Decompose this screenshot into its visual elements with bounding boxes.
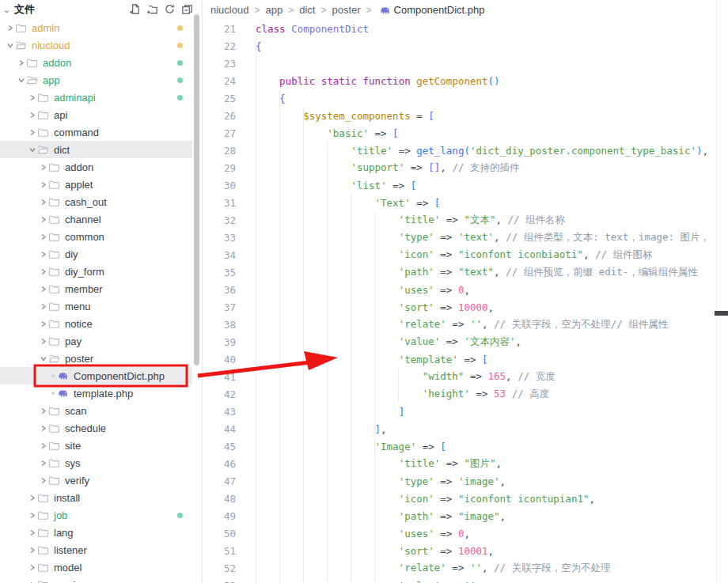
chevron-right-icon[interactable] — [38, 319, 48, 328]
chevron-right-icon[interactable] — [27, 528, 37, 537]
line-number[interactable]: 28 — [203, 145, 239, 157]
chevron-right-icon[interactable] — [38, 423, 48, 433]
code-line[interactable]: 21class ComponentDict — [203, 20, 728, 37]
tree-item-service[interactable]: service — [0, 576, 192, 583]
breadcrumb-file[interactable]: ComponentDict.php — [394, 4, 485, 16]
tree-item-diy[interactable]: diy — [0, 245, 192, 263]
line-number[interactable]: 45 — [203, 441, 239, 452]
tree-item-model[interactable]: model — [0, 558, 192, 576]
code-line[interactable]: 46 'title' => "图片", — [203, 455, 728, 472]
tree-item-admin[interactable]: admin — [0, 19, 192, 36]
code-line[interactable]: 27 'basic' => [ — [203, 124, 728, 142]
code-line[interactable]: 50 'uses' => 0, — [203, 524, 728, 542]
line-number[interactable]: 33 — [203, 232, 239, 244]
tree-item-dict[interactable]: dict — [0, 141, 192, 158]
tree-item-lang[interactable]: lang — [0, 524, 192, 541]
line-number[interactable]: 22 — [203, 40, 239, 52]
refresh-icon[interactable] — [163, 2, 176, 15]
tree-item-sys[interactable]: sys — [0, 454, 192, 471]
line-number[interactable]: 27 — [203, 127, 239, 139]
tree-item-app[interactable]: app — [0, 71, 192, 89]
chevron-right-icon[interactable] — [27, 110, 37, 119]
code-line[interactable]: 45 'Image' => [ — [203, 437, 728, 455]
tree-item-niucloud[interactable]: niucloud — [0, 36, 192, 54]
breadcrumb-item[interactable]: dict — [299, 4, 315, 16]
line-number[interactable]: 44 — [203, 423, 239, 435]
code-line[interactable]: 42 'height' => 53 // 高度 — [203, 385, 728, 403]
code-line[interactable]: 23 — [203, 55, 728, 72]
code-line[interactable]: 25 { — [203, 89, 728, 107]
code-line[interactable]: 37 'sort' => 10000, — [203, 298, 728, 316]
chevron-right-icon[interactable] — [38, 180, 48, 189]
tree-item-cash_out[interactable]: cash_out — [0, 193, 192, 210]
code-line[interactable]: 22{ — [203, 37, 728, 55]
line-number[interactable]: 32 — [203, 214, 239, 226]
tree-item-install[interactable]: install — [0, 489, 192, 506]
code-line[interactable]: 28 'title' => get_lang('dict_diy_poster.… — [203, 142, 728, 159]
tree-scrollbar[interactable] — [194, 14, 199, 365]
code-line[interactable]: 48 'icon' => "iconfont icontupian1", — [203, 490, 728, 507]
tree-item-job[interactable]: job — [0, 506, 192, 524]
line-number[interactable]: 24 — [203, 75, 239, 87]
breadcrumb-item[interactable]: niucloud — [210, 4, 248, 16]
tree-item-applet[interactable]: applet — [0, 176, 192, 193]
tree-item-command[interactable]: command — [0, 123, 192, 141]
line-number[interactable]: 52 — [203, 562, 239, 574]
line-number[interactable]: 39 — [203, 336, 239, 348]
line-number[interactable]: 34 — [203, 249, 239, 261]
code-line[interactable]: 41 "width" => 165, // 宽度 — [203, 368, 728, 385]
code-line[interactable]: 36 'uses' => 0, — [203, 281, 728, 298]
tree-item-site[interactable]: site — [0, 437, 192, 454]
line-number[interactable]: 21 — [203, 23, 239, 35]
line-number[interactable]: 29 — [203, 162, 239, 174]
line-number[interactable]: 51 — [203, 545, 239, 557]
tree-item-poster[interactable]: poster — [0, 350, 192, 367]
chevron-right-icon[interactable] — [27, 580, 37, 583]
line-number[interactable]: 41 — [203, 371, 239, 383]
chevron-right-icon[interactable] — [38, 284, 48, 293]
new-folder-icon[interactable] — [146, 2, 158, 15]
collapse-all-icon[interactable] — [180, 2, 193, 15]
code-line[interactable]: 40 'template' => [ — [203, 350, 728, 368]
line-number[interactable]: 40 — [203, 354, 239, 365]
chevron-right-icon[interactable] — [38, 336, 48, 346]
line-number[interactable]: 30 — [203, 180, 239, 191]
chevron-right-icon[interactable] — [38, 267, 48, 276]
breadcrumb-item[interactable]: app — [265, 4, 282, 16]
chevron-right-icon[interactable] — [27, 127, 37, 137]
tree-item-adminapi[interactable]: adminapi — [0, 89, 192, 106]
line-number[interactable]: 46 — [203, 458, 239, 470]
section-chevron-icon[interactable]: ⌄ — [3, 6, 13, 14]
tree-item-diy_form[interactable]: diy_form — [0, 263, 192, 280]
code-line[interactable]: 34 'icon' => "iconfont iconbiaoti", // 组… — [203, 246, 728, 263]
code-line[interactable]: 29 'support' => [], // 支持的插件 — [203, 159, 728, 176]
code-line[interactable]: 24 public static function getComponent() — [203, 72, 728, 89]
code-line[interactable]: 33 'type' => 'text', // 组件类型，文本: text，im… — [203, 229, 728, 246]
line-number[interactable]: 53 — [203, 580, 239, 583]
line-number[interactable]: 26 — [203, 110, 239, 122]
tree-item-addon[interactable]: addon — [0, 54, 192, 71]
code-line[interactable]: 53 'value' => '' — [203, 577, 728, 583]
tree-item-menu[interactable]: menu — [0, 297, 192, 315]
tree-item-pay[interactable]: pay — [0, 332, 192, 350]
code-line[interactable]: 38 'relate' => '', // 关联字段，空为不处理// 组件属性 — [203, 316, 728, 333]
code-line[interactable]: 44 ], — [203, 420, 728, 437]
code-line[interactable]: 43 ] — [203, 403, 728, 420]
chevron-right-icon[interactable] — [27, 93, 37, 102]
chevron-right-icon[interactable] — [38, 301, 48, 311]
tree-item-api[interactable]: api — [0, 106, 192, 123]
tree-item-ComponentDict.php[interactable]: ComponentDict.php — [0, 367, 192, 384]
code-line[interactable]: 47 'type' => 'image', — [203, 472, 728, 490]
code-line[interactable]: 32 'title' => "文本", // 组件名称 — [203, 211, 728, 229]
code-line[interactable]: 49 'path' => "image", — [203, 507, 728, 524]
chevron-right-icon[interactable] — [38, 441, 48, 450]
line-number[interactable]: 35 — [203, 267, 239, 278]
code-line[interactable]: 39 'value' => '文本内容', — [203, 333, 728, 350]
tree-item-scan[interactable]: scan — [0, 402, 192, 419]
line-number[interactable]: 49 — [203, 510, 239, 522]
chevron-right-icon[interactable] — [38, 406, 48, 415]
line-number[interactable]: 31 — [203, 197, 239, 209]
chevron-right-icon[interactable] — [38, 249, 48, 259]
line-number[interactable]: 37 — [203, 301, 239, 313]
chevron-right-icon[interactable] — [38, 232, 48, 241]
